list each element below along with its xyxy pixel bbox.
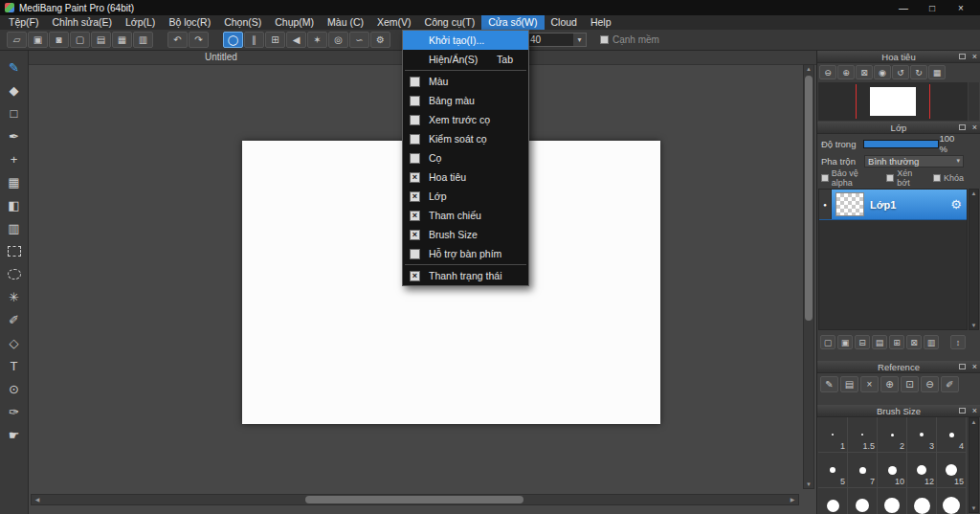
brush-size-cell[interactable]: 3	[907, 417, 937, 453]
grid-icon[interactable]: ▦	[112, 32, 132, 48]
add-layer-icon[interactable]: ▢	[820, 335, 835, 349]
brush-size-cell[interactable]: 10	[878, 453, 907, 488]
soft-edge-checkbox[interactable]: Cạnh mềm	[600, 34, 659, 45]
import-image-icon[interactable]: ✎	[820, 376, 838, 392]
scroll-down-icon[interactable]: ▼	[804, 481, 813, 487]
opacity-slider[interactable]	[863, 140, 940, 148]
lock-checkbox[interactable]: Khóa	[933, 173, 964, 183]
menu-tep[interactable]: Tệp(F)	[2, 15, 46, 30]
brush-size-cell[interactable]: 5	[818, 453, 848, 488]
hscroll-thumb[interactable]	[305, 496, 523, 503]
snap-ellipse-icon[interactable]: ◎	[328, 32, 348, 48]
menu-chinh-sua[interactable]: Chỉnh sửa(E)	[46, 15, 119, 30]
nav-fit-window-icon[interactable]: ◉	[874, 65, 891, 79]
menu-chup[interactable]: Chụp(M)	[268, 15, 321, 30]
brush-size-cell[interactable]: 2	[878, 417, 907, 453]
snap-off-icon[interactable]: ◯	[223, 32, 243, 48]
menu-lop[interactable]: Lớp(L)	[119, 15, 162, 30]
menu-chon[interactable]: Chọn(S)	[217, 15, 268, 30]
brush-size-cell[interactable]	[848, 488, 878, 514]
menu-help[interactable]: Help	[584, 15, 618, 30]
layer-order-icon[interactable]: ⊞	[889, 335, 904, 349]
brush-grid-scrollbar[interactable]: ▲ ▼	[969, 417, 979, 513]
close-panel-icon[interactable]: ×	[972, 51, 977, 63]
brush-size-cell[interactable]	[907, 488, 937, 514]
scroll-left-icon[interactable]: ◀	[33, 495, 42, 504]
blend-select[interactable]: Bình thường ▾	[864, 155, 964, 168]
brush-size-cell[interactable]: 1	[818, 417, 848, 453]
magic-wand-tool[interactable]: ✳	[1, 286, 28, 307]
save-icon[interactable]: ▣	[28, 32, 48, 48]
menu-item-khoi-tao[interactable]: Khởi tạo(I)...	[403, 31, 528, 50]
vscroll-thumb[interactable]	[805, 76, 813, 321]
menu-item-brush-size[interactable]: × Brush Size	[403, 225, 528, 244]
text-tool[interactable]: T	[1, 355, 28, 376]
nav-zoom-reset-icon[interactable]: ⊠	[856, 65, 873, 79]
open-folder-icon[interactable]: ▤	[840, 376, 858, 392]
menu-item-tham-chieu[interactable]: × Tham chiếu	[403, 206, 528, 225]
snap-radial-icon[interactable]: ✶	[307, 32, 327, 48]
hand-tool[interactable]: ☛	[1, 424, 28, 445]
float-panel-icon[interactable]	[959, 124, 966, 130]
combo-arrow-icon[interactable]: ▾	[573, 34, 586, 46]
new-icon[interactable]: ▱	[7, 32, 27, 48]
menu-item-ho-tro-ban-phim[interactable]: Hỗ trợ bàn phím	[403, 244, 528, 263]
lasso-tool[interactable]	[1, 263, 28, 284]
brush-size-cell[interactable]	[937, 488, 967, 514]
fill-shape-tool[interactable]: ▦	[1, 171, 28, 192]
menu-xem[interactable]: Xem(V)	[370, 15, 418, 30]
brush-size-cell[interactable]: 7	[848, 453, 878, 488]
page-icon[interactable]: ▢	[70, 32, 90, 48]
gradient-tool[interactable]: ▥	[1, 217, 28, 238]
close-panel-icon[interactable]: ×	[972, 361, 977, 373]
protect-alpha-checkbox[interactable]: Bảo vệ alpha	[821, 168, 880, 188]
brush-size-cell[interactable]	[818, 488, 848, 514]
close-panel-icon[interactable]: ×	[972, 122, 977, 134]
comment-icon[interactable]: ◙	[49, 32, 69, 48]
scroll-up-icon[interactable]: ▲	[804, 66, 813, 72]
eraser-tool[interactable]: ◆	[1, 79, 28, 101]
clear-image-icon[interactable]: ×	[860, 376, 879, 392]
menu-bo-loc[interactable]: Bộ lọc(R)	[162, 15, 217, 30]
close-panel-icon[interactable]: ×	[972, 405, 977, 417]
nav-grid-icon[interactable]: ▦	[928, 65, 946, 79]
add-folder-icon[interactable]: ▤	[872, 335, 887, 349]
menu-item-kiem-soat-co[interactable]: Kiểm soát cọ	[403, 129, 528, 148]
ref-zoom-in-icon[interactable]: ⊕	[880, 376, 899, 392]
nav-zoom-out-icon[interactable]: ⊖	[819, 65, 836, 79]
menu-item-hien-an[interactable]: Hiện/Ẩn(S) Tab	[403, 50, 528, 69]
undo-button[interactable]: ↶	[167, 32, 188, 48]
menu-item-mau[interactable]: Màu	[403, 72, 528, 91]
float-panel-icon[interactable]	[959, 408, 966, 413]
snap-settings-icon[interactable]: ⚙	[370, 32, 390, 48]
bucket-tool[interactable]: ◧	[1, 194, 28, 215]
menu-item-xem-truoc-co[interactable]: Xem trước cọ	[403, 110, 528, 129]
merge-down-icon[interactable]: ⊟	[855, 335, 870, 349]
move-tool[interactable]: +	[1, 148, 28, 169]
brush-size-cell[interactable]	[878, 488, 907, 514]
snap-vanishing-icon[interactable]: ◀	[286, 32, 306, 48]
menu-item-hoa-tieu[interactable]: × Hoa tiêu	[403, 168, 528, 187]
select-pen-tool[interactable]: ✐	[1, 309, 28, 330]
clipping-checkbox[interactable]: Xén bớt	[886, 168, 926, 188]
navigator-scrollbar[interactable]	[969, 82, 979, 121]
document-tab[interactable]: Untitled	[193, 52, 249, 62]
menu-item-co[interactable]: Cọ	[403, 148, 528, 168]
ref-zoom-out-icon[interactable]: ⊖	[921, 376, 939, 392]
brush-size-cell[interactable]: 1.5	[848, 417, 878, 453]
ref-zoom-fit-icon[interactable]: ⊡	[901, 376, 919, 392]
brush-tool[interactable]: ✎	[1, 56, 28, 78]
menu-item-bang-mau[interactable]: Bảng màu	[403, 91, 528, 110]
menu-item-thanh-trang-thai[interactable]: × Thanh trạng thái	[403, 266, 528, 285]
shape-tool[interactable]: □	[1, 102, 28, 123]
mask-layer-icon[interactable]: ▥	[924, 335, 939, 349]
layer-menu-icon[interactable]: ↕	[950, 335, 966, 349]
select-rect-tool[interactable]	[1, 240, 28, 261]
snap-parallel-icon[interactable]: ∥	[244, 32, 264, 48]
layer-settings-gear-icon[interactable]: ⚙	[950, 197, 962, 212]
maximize-button[interactable]: □	[918, 1, 947, 15]
float-panel-icon[interactable]	[959, 364, 966, 369]
close-button[interactable]: ×	[947, 1, 975, 15]
menu-cong-cu[interactable]: Công cụ(T)	[418, 15, 482, 30]
canvas-vscrollbar[interactable]: ▲ ▼	[803, 64, 814, 489]
